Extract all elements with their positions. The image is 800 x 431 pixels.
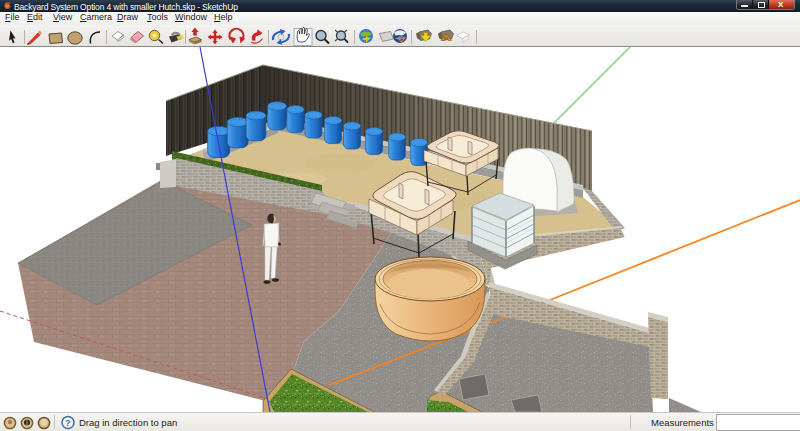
svg-text:?: ? [65,418,71,428]
